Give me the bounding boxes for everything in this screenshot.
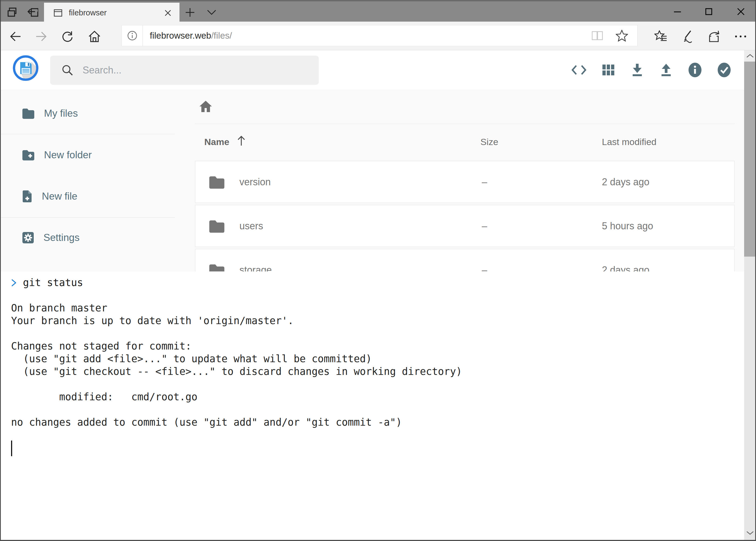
column-label: Last modified: [602, 137, 656, 147]
column-header-size[interactable]: Size: [480, 137, 498, 147]
back-icon: [9, 30, 22, 43]
home-button[interactable]: [86, 29, 103, 44]
file-size: –: [482, 176, 487, 188]
file-name: users: [239, 221, 263, 232]
page-icon: [54, 9, 62, 17]
minimize-button[interactable]: [664, 1, 691, 22]
terminal-output-line: [11, 403, 744, 416]
reading-view-button[interactable]: [591, 31, 603, 41]
create-folder-icon: [22, 149, 35, 161]
settings-icon: [22, 232, 34, 244]
set-tabs-aside-button[interactable]: [25, 7, 41, 19]
terminal-panel[interactable]: git status On branch master Your branch …: [1, 271, 744, 540]
url-path: /files/: [211, 31, 232, 41]
file-size: –: [482, 221, 487, 232]
close-icon: [164, 9, 171, 16]
forward-icon: [35, 30, 48, 43]
column-header-modified[interactable]: Last modified: [602, 137, 656, 147]
column-header-name[interactable]: Name: [204, 137, 229, 147]
info-icon: [127, 30, 137, 41]
home-icon: [198, 99, 213, 114]
terminal-output-line: modified: cmd/root.go: [11, 390, 744, 403]
page-scrollbar[interactable]: [744, 50, 756, 541]
folder-icon: [208, 219, 226, 234]
hub-icon: [654, 30, 668, 43]
tab-preview-button[interactable]: [5, 7, 20, 19]
upload-button[interactable]: [654, 58, 678, 82]
chevron-up-icon: [746, 54, 754, 58]
file-modified: 5 hours ago: [602, 221, 653, 232]
back-button[interactable]: [6, 29, 24, 44]
column-label: Name: [204, 137, 229, 147]
ellipsis-icon: [734, 35, 747, 38]
new-tab-button[interactable]: [182, 7, 197, 19]
plus-icon: [185, 7, 195, 19]
terminal-output-line: On branch master: [11, 302, 744, 314]
terminal-output-line: (use "git checkout -- <file>..." to disc…: [11, 365, 744, 378]
url-host: filebrowser.web: [150, 31, 211, 41]
folder-icon: [22, 108, 35, 119]
sidebar-item-label: My files: [44, 108, 78, 119]
browser-tab-bar: filebrowser: [0, 0, 756, 22]
settings-menu-button[interactable]: [732, 29, 749, 44]
scrollbar-thumb[interactable]: [744, 62, 756, 257]
terminal-output-line: (use "git add <file>..." to update what …: [11, 352, 744, 365]
sidebar-divider: [1, 134, 175, 134]
share-button[interactable]: [705, 29, 723, 44]
browser-tab-filebrowser[interactable]: filebrowser: [44, 3, 179, 23]
refresh-button[interactable]: [59, 29, 76, 44]
breadcrumb-home-button[interactable]: [198, 99, 213, 114]
stacked-windows-icon: [7, 7, 18, 19]
sidebar-item-label: New file: [42, 191, 78, 202]
terminal-output-line: [11, 289, 744, 302]
chevron-down-icon: [746, 531, 754, 535]
refresh-icon: [61, 30, 74, 43]
url-text: filebrowser.web/files/: [150, 31, 232, 41]
forward-button[interactable]: [33, 29, 50, 44]
tab-preview-chevron[interactable]: [204, 7, 219, 19]
filebrowser-logo[interactable]: [13, 55, 39, 81]
floppy-disk-icon: [20, 62, 32, 74]
column-label: Size: [480, 137, 498, 147]
grid-view-icon: [602, 64, 615, 76]
search-input[interactable]: Search...: [50, 56, 319, 85]
code-view-icon: [571, 65, 587, 75]
info-button[interactable]: [683, 58, 707, 82]
file-row-users[interactable]: users – 5 hours ago: [195, 205, 735, 247]
download-button[interactable]: [625, 58, 649, 82]
sidebar-item-settings[interactable]: Settings: [1, 225, 175, 250]
scroll-down-button[interactable]: [744, 525, 756, 540]
tab-close-button[interactable]: [164, 9, 171, 16]
code-view-button[interactable]: [567, 58, 591, 82]
search-placeholder: Search...: [83, 65, 122, 76]
grid-view-button[interactable]: [596, 58, 621, 82]
site-info-button[interactable]: [122, 25, 143, 46]
file-row-version[interactable]: version – 2 days ago: [195, 161, 735, 203]
tab-title: filebrowser: [69, 8, 164, 17]
hub-button[interactable]: [652, 29, 670, 44]
terminal-output-line: Changes not staged for commit:: [11, 340, 744, 352]
terminal-output-line: no changes added to commit (use "git add…: [11, 416, 744, 429]
download-icon: [631, 63, 644, 77]
web-notes-button[interactable]: [679, 29, 696, 44]
minimize-icon: [674, 8, 681, 15]
prompt-chevron-icon: [11, 278, 17, 287]
sidebar-item-new-file[interactable]: New file: [1, 184, 175, 209]
sidebar-item-new-folder[interactable]: New folder: [1, 143, 175, 168]
scroll-up-button[interactable]: [744, 50, 756, 62]
select-multiple-button[interactable]: [712, 58, 736, 82]
file-name: version: [239, 176, 271, 188]
terminal-command: git status: [23, 276, 83, 289]
home-icon: [88, 30, 101, 43]
address-bar[interactable]: filebrowser.web/files/: [122, 25, 637, 46]
sort-ascending-icon[interactable]: [236, 135, 246, 149]
terminal-prompt-line: git status: [11, 276, 744, 289]
chevron-down-icon: [207, 9, 216, 16]
terminal-output-line: [11, 378, 744, 390]
close-window-button[interactable]: [727, 1, 754, 22]
maximize-button[interactable]: [695, 1, 722, 22]
add-favorite-button[interactable]: [616, 30, 628, 42]
sidebar-item-my-files[interactable]: My files: [1, 101, 175, 126]
terminal-cursor[interactable]: [11, 440, 12, 456]
reading-view-icon: [591, 31, 603, 41]
